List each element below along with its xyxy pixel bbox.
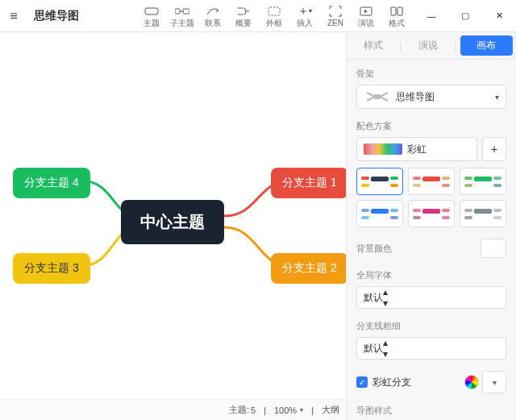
zen-icon	[321, 4, 350, 19]
center-topic[interactable]: 中心主题	[121, 200, 224, 244]
hamburger-menu[interactable]: ≡	[0, 0, 27, 32]
skeleton-select[interactable]: 思维导图 ▾	[356, 85, 506, 109]
tool-summary[interactable]: 概要	[229, 2, 258, 30]
theme-preset-4[interactable]	[356, 200, 403, 227]
scheme-select[interactable]: 彩虹	[356, 137, 477, 161]
tool-subtopic[interactable]: 子主题	[168, 2, 197, 30]
subtopic-icon	[168, 4, 197, 19]
stepper-icon: ▴▾	[383, 286, 388, 309]
tab-style[interactable]: 样式	[347, 32, 399, 59]
tab-pitch[interactable]: 演说	[402, 32, 454, 59]
rainbow-color-icon[interactable]	[464, 375, 479, 389]
linewidth-label: 分支线粗细	[356, 320, 506, 332]
svg-line-11	[367, 93, 375, 97]
chevron-down-icon: ▾	[300, 406, 303, 414]
svg-line-14	[380, 97, 388, 101]
pitch-icon	[352, 4, 381, 19]
add-scheme-button[interactable]: +	[482, 137, 506, 161]
svg-rect-0	[145, 8, 158, 15]
global-font-select[interactable]: 默认 ▴▾	[356, 286, 506, 309]
theme-preset-6[interactable]	[460, 200, 506, 227]
tool-zen[interactable]: ZEN	[321, 2, 350, 30]
linewidth-select[interactable]: 默认 ▴▾	[356, 337, 506, 360]
status-outline[interactable]: 大纲	[322, 404, 339, 416]
window-close[interactable]: ✕	[482, 0, 516, 32]
theme-preset-5[interactable]	[408, 200, 455, 227]
chevron-down-icon: ▾	[495, 93, 499, 102]
branch-topic-4[interactable]: 分支主题 4	[13, 168, 90, 198]
branch-topic-1[interactable]: 分支主题 1	[271, 168, 346, 198]
format-panel: 样式 | 演说 | 画布 骨架 思维导图 ▾ 配色方案	[347, 32, 516, 420]
svg-rect-2	[183, 9, 189, 14]
mindmap-canvas[interactable]: 中心主题 分支主题 4 分支主题 1 分支主题 3 分支主题 2	[0, 32, 346, 399]
scheme-label: 配色方案	[356, 120, 506, 132]
app-title: 思维导图	[27, 9, 85, 23]
svg-rect-15	[374, 94, 381, 99]
theme-preset-1[interactable]	[356, 168, 403, 195]
tool-insert[interactable]: ＋▾ 插入	[290, 2, 319, 30]
map-style-label: 导图样式	[356, 405, 506, 417]
rainbow-strip-icon	[364, 143, 402, 155]
svg-line-13	[380, 93, 388, 97]
window-maximize[interactable]: ▢	[448, 0, 482, 32]
branch-topic-3[interactable]: 分支主题 3	[13, 253, 90, 284]
status-zoom[interactable]: 100% ▾	[274, 405, 303, 415]
svg-rect-7	[268, 7, 280, 15]
insert-icon: ＋▾	[290, 4, 319, 19]
tool-pitch[interactable]: 演说	[352, 2, 381, 30]
background-color-swatch[interactable]	[481, 239, 506, 258]
stepper-icon: ▴▾	[383, 337, 388, 360]
relation-icon	[198, 4, 227, 19]
status-topic-count: 主题: 5	[229, 404, 256, 416]
format-icon	[382, 4, 411, 19]
global-font-label: 全局字体	[356, 269, 506, 281]
tool-boundary[interactable]: 外框	[260, 2, 289, 30]
svg-rect-10	[397, 7, 402, 15]
skeleton-label: 骨架	[356, 68, 506, 80]
background-color-label: 背景颜色	[356, 243, 392, 255]
topic-icon	[137, 4, 166, 19]
svg-line-12	[367, 97, 375, 101]
rainbow-branch-label: 彩虹分支	[372, 376, 411, 389]
branch-topic-2[interactable]: 分支主题 2	[271, 253, 346, 284]
svg-rect-9	[391, 7, 396, 15]
summary-icon	[229, 4, 258, 19]
theme-presets-grid	[356, 168, 506, 227]
rainbow-options-dropdown[interactable]: ▾	[482, 371, 506, 393]
tool-relation[interactable]: 联系	[198, 2, 227, 30]
mindmap-structure-icon	[364, 89, 391, 104]
boundary-icon	[260, 4, 289, 19]
window-minimize[interactable]: —	[414, 0, 448, 32]
tool-format[interactable]: 格式	[382, 2, 411, 30]
tab-canvas[interactable]: 画布	[460, 35, 513, 56]
main-toolbar: 主题 子主题 联系 概要 外框 ＋▾ 插入 ZEN 演说	[137, 2, 414, 30]
svg-rect-1	[175, 9, 180, 14]
tool-topic[interactable]: 主题	[137, 2, 166, 30]
theme-preset-3[interactable]	[460, 168, 506, 195]
rainbow-branch-checkbox[interactable]: ✓	[356, 376, 368, 388]
theme-preset-2[interactable]	[408, 168, 455, 195]
